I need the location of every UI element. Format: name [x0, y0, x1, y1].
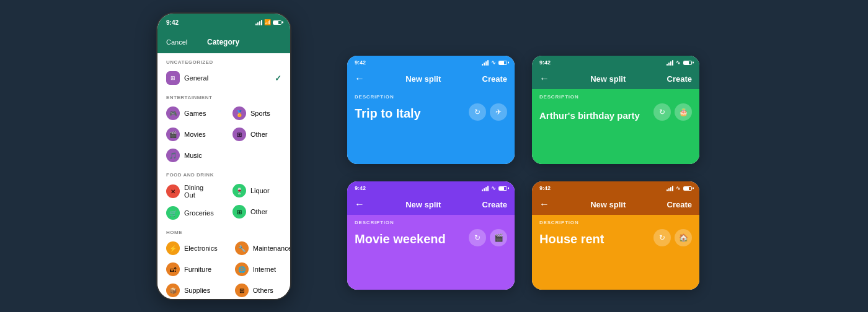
category-other-ent[interactable]: ⊞ Other	[224, 124, 290, 145]
category-supplies[interactable]: 📦 Supplies	[157, 280, 226, 300]
liquor-icon: 🍷	[232, 184, 246, 197]
create-button[interactable]: Create	[667, 74, 692, 84]
refresh-icon[interactable]: ↻	[469, 229, 486, 246]
card-blue-desc-inner: Trip to Italy ↻ ✈	[355, 102, 507, 121]
category-electronics[interactable]: ⚡ Electronics	[157, 238, 226, 259]
food-grid: ✕ Dining Out 🛒 Groceries 🍷 Liquor ⊞ Othe…	[157, 180, 290, 223]
card-green-desc-label: DESCRIPTION	[539, 94, 692, 100]
general-icon: ⊞	[166, 71, 180, 85]
other-food-icon: ⊞	[232, 205, 246, 219]
card-green-description: DESCRIPTION Arthur's birthday party ↻ 🎂	[532, 89, 699, 164]
card-purple-desc-label: DESCRIPTION	[355, 220, 507, 225]
sports-label: Sports	[250, 110, 281, 117]
home-col-right: 🔧 Maintenance 🌐 Internet ⊞ Others	[226, 238, 290, 300]
card-blue-nav: ← New split Create	[347, 69, 515, 89]
card-purple-desc-value: Movie weekend	[355, 232, 446, 246]
card-green-status: 9:42 ∿	[532, 56, 699, 69]
movies-label: Movies	[184, 131, 215, 138]
create-button[interactable]: Create	[667, 200, 692, 209]
card-yellow-status: 9:42 ∿	[532, 181, 699, 195]
maintenance-icon: 🔧	[235, 241, 249, 255]
card-yellow-description: DESCRIPTION House rent ↻ 🏠	[532, 215, 699, 290]
refresh-icon[interactable]: ↻	[653, 229, 671, 246]
category-movies[interactable]: 🎬 Movies	[157, 124, 224, 145]
card-purple-status-icons: ∿	[482, 185, 507, 191]
card-house-rent: 9:42 ∿ ← New split Create DESCRIPTION Ho…	[532, 181, 699, 290]
internet-label: Internet	[253, 266, 290, 273]
battery-icon	[498, 186, 507, 191]
entertainment-grid: 🎮 Games 🎬 Movies 🎵 Music 🏅 Sports	[157, 103, 290, 166]
wifi-icon: ∿	[491, 185, 496, 191]
food-col-left: ✕ Dining Out 🛒 Groceries	[157, 180, 224, 223]
category-other-food[interactable]: ⊞ Other	[224, 201, 290, 222]
furniture-label: Furniture	[184, 266, 218, 273]
card-yellow-nav: ← New split Create	[532, 195, 699, 215]
category-general[interactable]: ⊞ General ✓	[157, 67, 290, 89]
cards-grid: 9:42 ∿ ← New split Create DESCRIPTION Tr…	[347, 56, 699, 290]
groceries-icon: 🛒	[166, 206, 180, 220]
refresh-icon[interactable]: ↻	[469, 103, 486, 121]
card-green-nav-title: New split	[590, 74, 626, 84]
category-groceries[interactable]: 🛒 Groceries	[157, 202, 224, 223]
category-games[interactable]: 🎮 Games	[157, 103, 224, 124]
home-icon[interactable]: 🏠	[675, 229, 692, 246]
signal-icon	[255, 20, 262, 25]
card-blue-status-icons: ∿	[482, 59, 507, 66]
category-internet[interactable]: 🌐 Internet	[226, 259, 290, 280]
battery-icon	[683, 61, 692, 65]
card-purple-time: 9:42	[355, 185, 366, 191]
create-button[interactable]: Create	[482, 200, 507, 209]
cake-icon[interactable]: 🎂	[675, 103, 692, 121]
card-blue-desc-label: DESCRIPTION	[355, 94, 507, 100]
entertainment-col-right: 🏅 Sports ⊞ Other	[224, 103, 290, 166]
card-green-nav: ← New split Create	[532, 69, 699, 89]
category-dining[interactable]: ✕ Dining Out	[157, 180, 224, 202]
battery-icon	[683, 186, 692, 191]
nav-title: Category	[207, 38, 239, 46]
category-maintenance[interactable]: 🔧 Maintenance	[226, 238, 290, 259]
phone-content: UNCATEGORIZED ⊞ General ✓ ENTERTAINMENT …	[157, 53, 290, 300]
other-food-label: Other	[250, 208, 281, 215]
card-blue-actions: ↻ ✈	[469, 103, 507, 121]
category-sports[interactable]: 🏅 Sports	[224, 103, 290, 124]
battery-icon	[273, 20, 281, 25]
section-food: FOOD AND DRINK	[157, 166, 290, 180]
dining-label: Dining Out	[184, 184, 215, 199]
signal-icon	[666, 60, 673, 66]
card-yellow-status-icons: ∿	[666, 185, 692, 191]
section-home: HOME	[157, 223, 290, 238]
card-yellow-desc-label: DESCRIPTION	[539, 220, 692, 225]
create-button[interactable]: Create	[482, 74, 507, 84]
food-col-right: 🍷 Liquor ⊞ Other	[224, 180, 290, 223]
status-icons: 📶	[255, 19, 281, 25]
wifi-icon: ∿	[676, 59, 681, 66]
category-music[interactable]: 🎵 Music	[157, 145, 224, 166]
card-blue-desc-value: Trip to Italy	[355, 106, 421, 121]
card-purple-status: 9:42 ∿	[347, 181, 515, 195]
phone-time: 9:42	[166, 19, 179, 26]
plane-icon[interactable]: ✈	[490, 103, 507, 121]
card-green-desc-value: Arthur's birthday party	[539, 110, 640, 121]
music-label: Music	[184, 152, 215, 159]
card-birthday-party: 9:42 ∿ ← New split Create DESCRIPTION Ar…	[532, 56, 699, 164]
category-others[interactable]: ⊞ Others	[226, 280, 290, 300]
category-furniture[interactable]: 🛋 Furniture	[157, 259, 226, 280]
general-label: General	[184, 74, 275, 82]
music-icon: 🎵	[166, 149, 180, 162]
phone-nav: Cancel Category	[157, 31, 290, 53]
liquor-label: Liquor	[250, 187, 281, 194]
home-grid: ⚡ Electronics 🛋 Furniture 📦 Supplies 🔧 M…	[157, 238, 290, 300]
refresh-icon[interactable]: ↻	[653, 103, 671, 121]
card-purple-actions: ↻ 🎬	[469, 229, 507, 246]
back-button[interactable]: ←	[355, 199, 365, 210]
film-icon[interactable]: 🎬	[490, 229, 507, 246]
back-button[interactable]: ←	[355, 73, 365, 84]
section-uncategorized: UNCATEGORIZED	[157, 53, 290, 67]
cancel-button[interactable]: Cancel	[166, 38, 187, 46]
back-button[interactable]: ←	[539, 73, 549, 84]
battery-icon	[498, 61, 507, 65]
back-button[interactable]: ←	[539, 199, 549, 210]
internet-icon: 🌐	[235, 262, 249, 276]
card-blue-description: DESCRIPTION Trip to Italy ↻ ✈	[347, 89, 515, 164]
category-liquor[interactable]: 🍷 Liquor	[224, 180, 290, 201]
